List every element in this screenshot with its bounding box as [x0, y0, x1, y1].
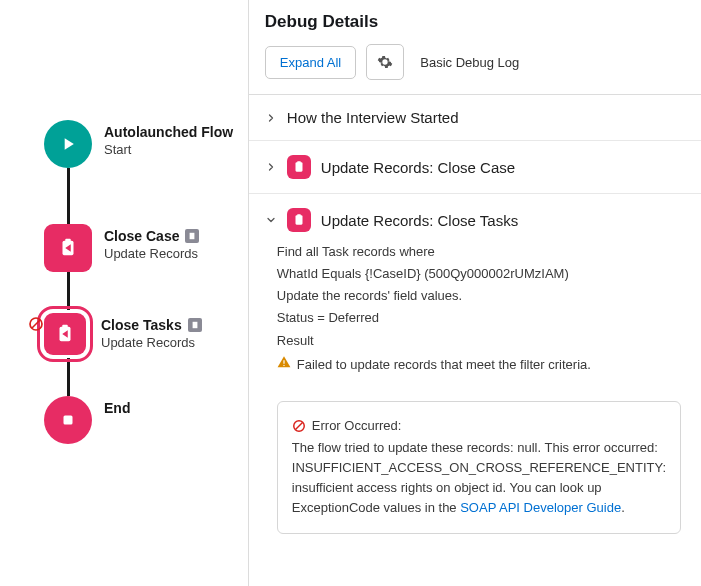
- svg-rect-4: [190, 233, 195, 239]
- svg-rect-11: [295, 215, 302, 224]
- panel-toolbar: Expand All Basic Debug Log: [265, 44, 685, 94]
- flow-node-close-case[interactable]: Close Case Update Records: [44, 224, 248, 272]
- node-subtitle: Update Records: [101, 335, 202, 350]
- clipboard-icon: [287, 208, 311, 232]
- svg-line-1: [32, 320, 40, 328]
- node-title: Autolaunched Flow: [104, 124, 233, 140]
- document-icon: [188, 318, 202, 332]
- section-title: Update Records: Close Tasks: [321, 212, 518, 229]
- gear-icon: [377, 54, 393, 70]
- svg-rect-10: [297, 161, 301, 163]
- settings-button[interactable]: [366, 44, 404, 80]
- flow-node-close-tasks[interactable]: Close Tasks Update Records: [41, 310, 248, 358]
- svg-rect-7: [192, 322, 197, 328]
- section-body: Find all Task records where WhatId Equal…: [249, 240, 701, 391]
- chevron-right-icon: [265, 112, 277, 124]
- clipboard-icon: [44, 313, 86, 355]
- chevron-down-icon: [265, 214, 277, 226]
- error-marker-icon: [28, 316, 44, 332]
- fail-message: Failed to update records that meet the f…: [297, 355, 591, 375]
- node-title: Close Case: [104, 228, 199, 244]
- ban-icon: [292, 419, 306, 433]
- chevron-right-icon: [265, 161, 277, 173]
- svg-rect-13: [283, 360, 284, 364]
- api-guide-link[interactable]: SOAP API Developer Guide: [460, 500, 621, 515]
- connector: [67, 168, 70, 224]
- play-icon: [44, 120, 92, 168]
- result-label: Result: [277, 331, 681, 351]
- clipboard-icon: [44, 224, 92, 272]
- section-title: How the Interview Started: [287, 109, 459, 126]
- svg-rect-14: [283, 365, 284, 366]
- error-box: Error Occurred: The flow tried to update…: [277, 401, 681, 534]
- svg-rect-9: [295, 162, 302, 171]
- stop-icon: [44, 396, 92, 444]
- detail-line: Find all Task records where: [277, 242, 681, 262]
- node-subtitle: Start: [104, 142, 233, 157]
- log-label: Basic Debug Log: [420, 55, 519, 70]
- error-body-end: .: [621, 500, 625, 515]
- debug-panel: Debug Details Expand All Basic Debug Log…: [249, 0, 701, 586]
- node-subtitle: Update Records: [104, 246, 199, 261]
- detail-line: Update the records' field values.: [277, 286, 681, 306]
- clipboard-icon: [287, 155, 311, 179]
- flow-canvas: Autolaunched Flow Start Close Case Updat…: [0, 0, 249, 586]
- detail-line: Status = Deferred: [277, 308, 681, 328]
- node-title: Close Tasks: [101, 317, 202, 333]
- panel-title: Debug Details: [265, 12, 685, 32]
- svg-line-16: [295, 422, 302, 429]
- connector: [67, 272, 70, 310]
- connector: [67, 358, 70, 396]
- section-title: Update Records: Close Case: [321, 159, 515, 176]
- svg-rect-8: [64, 416, 73, 425]
- expand-all-button[interactable]: Expand All: [265, 46, 356, 79]
- section-close-tasks[interactable]: Update Records: Close Tasks: [249, 194, 701, 240]
- svg-rect-12: [297, 214, 301, 216]
- selected-node-outline: [41, 310, 89, 358]
- flow-node-end[interactable]: End: [44, 396, 248, 444]
- error-head: Error Occurred:: [312, 416, 402, 436]
- node-title: End: [104, 400, 130, 416]
- svg-rect-3: [65, 239, 71, 243]
- svg-rect-6: [62, 325, 68, 329]
- document-icon: [185, 229, 199, 243]
- section-close-case[interactable]: Update Records: Close Case: [249, 141, 701, 194]
- detail-line: WhatId Equals {!CaseID} (500Qy000002rUMz…: [277, 264, 681, 284]
- warning-icon: [277, 355, 291, 369]
- flow-node-start[interactable]: Autolaunched Flow Start: [44, 120, 248, 168]
- section-how-started[interactable]: How the Interview Started: [249, 95, 701, 141]
